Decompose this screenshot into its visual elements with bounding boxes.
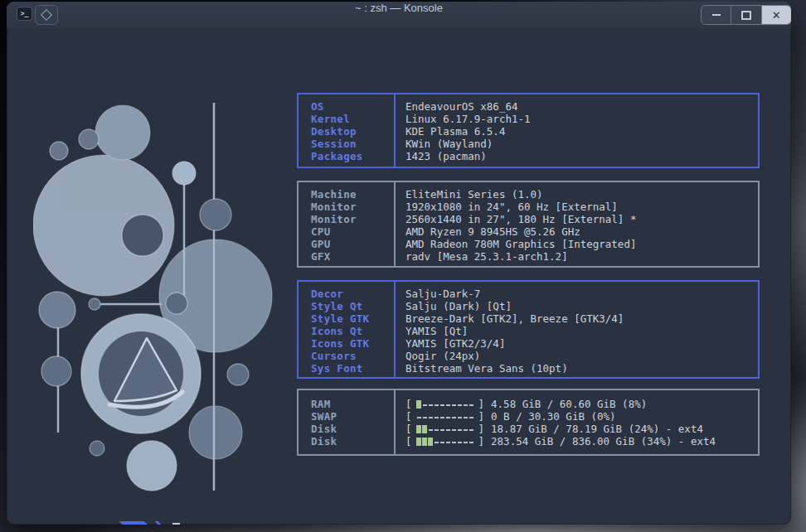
label: Icons Qt	[311, 325, 394, 337]
terminal-area[interactable]: OS Kernel Desktop Session Packages Endea…	[7, 28, 791, 525]
theme-info-labels: Decor Style Qt Style GTK Icons Qt Icons …	[299, 282, 396, 377]
label: Decor	[311, 288, 394, 300]
bracket-close: ]	[478, 423, 485, 435]
value: 4.58 GiB / 60.60 GiB (8%)	[491, 398, 647, 410]
value: Linux 6.17.9-arch1-1	[405, 113, 758, 125]
value: 283.54 GiB / 836.00 GiB (34%) - ext4	[491, 435, 716, 447]
value: radv [Mesa 25.3.1-arch1.2]	[405, 250, 758, 263]
ram-usage-bar	[416, 398, 474, 410]
theme-info-values: Salju-Dark-7 Salju (Dark) [Qt] Breeze-Da…	[396, 282, 758, 377]
prompt-user-host: dirn@um890-pro	[20, 523, 107, 525]
usage-info-values: []4.58 GiB / 60.60 GiB (8%) []0 B / 30.3…	[396, 390, 758, 454]
close-button[interactable]: ✕	[761, 6, 791, 24]
label: Monitor	[311, 201, 394, 213]
usage-row: []18.87 GiB / 78.19 GiB (24%) - ext4	[405, 423, 758, 435]
system-info-labels: OS Kernel Desktop Session Packages	[299, 94, 396, 167]
value: 18.87 GiB / 78.19 GiB (24%) - ext4	[491, 423, 703, 435]
value: 2560x1440 in 27", 180 Hz [External] *	[405, 213, 758, 225]
label: Packages	[311, 150, 394, 162]
label: Disk	[311, 423, 394, 435]
value: 0 B / 30.30 GiB (0%)	[491, 410, 616, 423]
label: OS	[311, 100, 394, 113]
window-titlebar[interactable]: >_ ~ : zsh — Konsole ✕	[7, 2, 791, 28]
value: Breeze-Dark [GTK2], Breeze [GTK3/4]	[405, 312, 758, 325]
usage-row: []4.58 GiB / 60.60 GiB (8%)	[405, 398, 758, 410]
usage-row: []283.54 GiB / 836.00 GiB (34%) - ext4	[405, 435, 758, 447]
usage-row: []0 B / 30.30 GiB (0%)	[405, 410, 758, 423]
prompt-path: ~	[134, 524, 139, 525]
endeavouros-logo	[33, 76, 282, 515]
value: YAMIS [GTK2/3/4]	[405, 337, 758, 350]
maximize-icon	[741, 11, 751, 20]
hardware-info-box: Machine Monitor Monitor CPU GPU GFX Elit…	[297, 181, 760, 268]
value: 1423 (pacman)	[405, 150, 758, 162]
value: Bitstream Vera Sans (10pt)	[405, 362, 758, 375]
bracket-close: ]	[478, 398, 485, 410]
window-title: ~ : zsh — Konsole	[7, 2, 791, 28]
label: Session	[311, 138, 394, 150]
theme-info-box: Decor Style Qt Style GTK Icons Qt Icons …	[297, 280, 760, 379]
value: Qogir (24px)	[405, 350, 758, 362]
hardware-info-labels: Machine Monitor Monitor CPU GPU GFX	[299, 182, 396, 266]
powerline-arrow-icon	[154, 521, 165, 525]
label: SWAP	[311, 410, 394, 423]
disk-usage-bar	[416, 423, 474, 435]
label: Cursors	[311, 350, 394, 362]
close-icon: ✕	[772, 10, 781, 21]
value: KWin (Wayland)	[405, 138, 758, 150]
shell-prompt[interactable]: dirn@um890-pro ~	[20, 521, 180, 525]
bracket-open: [	[405, 435, 412, 447]
system-info-box: OS Kernel Desktop Session Packages Endea…	[297, 93, 760, 168]
label: Style GTK	[311, 312, 394, 325]
minimize-icon	[712, 14, 721, 16]
value: YAMIS [Qt]	[405, 325, 758, 337]
value: Salju-Dark-7	[405, 288, 758, 300]
system-info-values: EndeavourOS x86_64 Linux 6.17.9-arch1-1 …	[396, 94, 758, 167]
value: Salju (Dark) [Qt]	[405, 300, 758, 312]
value: AMD Ryzen 9 8945HS @5.26 GHz	[405, 225, 758, 238]
bracket-open: [	[405, 423, 412, 435]
usage-info-box: RAM SWAP Disk Disk []4.58 GiB / 60.60 Gi…	[297, 389, 760, 456]
bracket-close: ]	[478, 435, 485, 447]
label: Disk	[311, 435, 394, 447]
label: Kernel	[311, 113, 394, 125]
label: CPU	[311, 225, 394, 238]
usage-info-labels: RAM SWAP Disk Disk	[299, 390, 396, 454]
value: EliteMini Series (1.0)	[405, 188, 758, 201]
label: Sys Font	[311, 362, 394, 375]
value: 1920x1080 in 24", 60 Hz [External]	[405, 201, 758, 213]
label: Icons GTK	[311, 337, 394, 350]
window-controls: ✕	[701, 5, 791, 25]
label: Machine	[311, 188, 394, 201]
minimize-button[interactable]	[702, 6, 731, 24]
bracket-open: [	[405, 398, 412, 410]
value: KDE Plasma 6.5.4	[405, 125, 758, 138]
desktop: >_ ~ : zsh — Konsole ✕	[0, 0, 806, 532]
konsole-window: >_ ~ : zsh — Konsole ✕	[7, 2, 791, 525]
label: Style Qt	[311, 300, 394, 312]
powerline-segment: ~	[119, 521, 152, 525]
label: Monitor	[311, 213, 394, 225]
hardware-info-values: EliteMini Series (1.0) 1920x1080 in 24",…	[396, 182, 758, 266]
bracket-open: [	[405, 410, 412, 423]
label: GPU	[311, 238, 394, 250]
disk-usage-bar	[416, 435, 474, 447]
swap-usage-bar	[416, 410, 474, 423]
label: GFX	[311, 250, 394, 263]
bracket-close: ]	[478, 410, 485, 423]
value: AMD Radeon 780M Graphics [Integrated]	[405, 238, 758, 250]
value: EndeavourOS x86_64	[405, 100, 758, 113]
terminal-cursor[interactable]	[172, 523, 180, 525]
label: Desktop	[311, 125, 394, 138]
label: RAM	[311, 398, 394, 410]
maximize-button[interactable]	[731, 6, 760, 24]
